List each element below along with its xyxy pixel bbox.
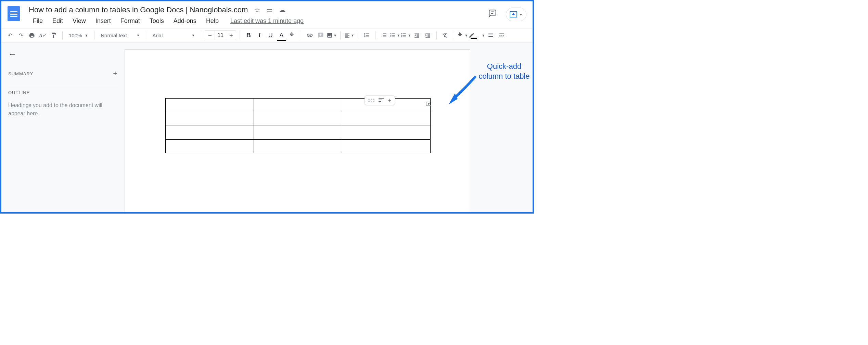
svg-rect-6 bbox=[379, 98, 384, 99]
toolbar: ↶ ↷ A✓ 100%▼ Normal text▼ Arial▼ − 11 + … bbox=[1, 28, 533, 42]
paint-format-button[interactable] bbox=[49, 30, 59, 40]
svg-point-4 bbox=[391, 35, 392, 36]
chevron-down-icon: ▼ bbox=[519, 13, 523, 16]
menu-tools[interactable]: Tools bbox=[145, 16, 168, 26]
font-size-increase[interactable]: + bbox=[226, 32, 236, 39]
outline-sidebar: ← SUMMARY + OUTLINE Headings you add to … bbox=[1, 42, 125, 212]
redo-button[interactable]: ↷ bbox=[16, 30, 26, 40]
background-color-button[interactable]: ▼ bbox=[458, 30, 468, 40]
outline-placeholder: Headings you add to the document will ap… bbox=[8, 101, 118, 118]
undo-button[interactable]: ↶ bbox=[5, 30, 15, 40]
font-select[interactable]: Arial▼ bbox=[150, 30, 197, 40]
insert-comment-button[interactable] bbox=[316, 30, 326, 40]
insert-image-button[interactable]: ▼ bbox=[327, 30, 337, 40]
underline-button[interactable]: U bbox=[265, 30, 276, 40]
menu-edit[interactable]: Edit bbox=[48, 16, 67, 26]
menu-bar: File Edit View Insert Format Tools Add-o… bbox=[29, 16, 488, 26]
sort-icon[interactable] bbox=[379, 98, 384, 103]
bullet-list-button[interactable]: ▼ bbox=[390, 30, 400, 40]
menu-view[interactable]: View bbox=[68, 16, 90, 26]
google-docs-icon[interactable] bbox=[8, 6, 20, 21]
border-width-button[interactable] bbox=[486, 30, 496, 40]
font-size-stepper[interactable]: − 11 + bbox=[205, 30, 236, 40]
cloud-saved-icon: ☁ bbox=[279, 6, 286, 14]
text-color-button[interactable]: A bbox=[276, 30, 286, 40]
annotation-arrow-icon bbox=[443, 73, 480, 111]
clear-formatting-button[interactable] bbox=[440, 30, 450, 40]
menu-insert[interactable]: Insert bbox=[91, 16, 115, 26]
svg-point-3 bbox=[391, 33, 392, 34]
increase-indent-button[interactable] bbox=[423, 30, 433, 40]
star-icon[interactable]: ☆ bbox=[254, 6, 260, 14]
numbered-list-button[interactable]: ▼ bbox=[401, 30, 411, 40]
bold-button[interactable]: B bbox=[243, 30, 254, 40]
align-button[interactable]: ▼ bbox=[344, 30, 354, 40]
add-column-icon[interactable]: + bbox=[388, 97, 391, 103]
collapse-outline-button[interactable]: ← bbox=[8, 49, 118, 59]
border-color-button[interactable]: ▼ bbox=[469, 30, 485, 40]
svg-rect-7 bbox=[379, 100, 382, 100]
drag-grip-icon[interactable] bbox=[368, 99, 374, 102]
menu-file[interactable]: File bbox=[29, 16, 47, 26]
border-dash-button[interactable] bbox=[497, 30, 507, 40]
font-size-decrease[interactable]: − bbox=[205, 32, 215, 39]
document-table[interactable] bbox=[165, 98, 431, 153]
paragraph-style-select[interactable]: Normal text▼ bbox=[98, 30, 142, 40]
table-row[interactable] bbox=[166, 112, 431, 126]
checklist-button[interactable] bbox=[379, 30, 389, 40]
zoom-select[interactable]: 100%▼ bbox=[66, 30, 91, 40]
svg-point-5 bbox=[391, 36, 392, 37]
table-row[interactable] bbox=[166, 140, 431, 153]
outline-label: OUTLINE bbox=[8, 90, 118, 95]
document-page[interactable]: + ▾ Quick-add column to table bbox=[125, 49, 470, 212]
last-edit-link[interactable]: Last edit was 1 minute ago bbox=[230, 16, 304, 26]
table-row[interactable] bbox=[166, 126, 431, 140]
sidebar-divider bbox=[8, 85, 118, 85]
insert-link-button[interactable] bbox=[305, 30, 315, 40]
summary-label: SUMMARY bbox=[8, 71, 33, 76]
table-options-caret[interactable]: ▾ bbox=[426, 102, 431, 106]
line-spacing-button[interactable] bbox=[361, 30, 372, 40]
document-title[interactable]: How to add a column to tables in Google … bbox=[29, 5, 248, 14]
share-present-button[interactable]: ▼ bbox=[506, 8, 526, 21]
spellcheck-button[interactable]: A✓ bbox=[38, 30, 48, 40]
svg-rect-8 bbox=[379, 101, 381, 102]
annotation-label: Quick-add column to table bbox=[477, 62, 532, 81]
italic-button[interactable]: I bbox=[254, 30, 265, 40]
decrease-indent-button[interactable] bbox=[412, 30, 422, 40]
font-size-value[interactable]: 11 bbox=[215, 31, 226, 40]
menu-help[interactable]: Help bbox=[202, 16, 223, 26]
comment-history-icon[interactable] bbox=[488, 9, 497, 20]
move-icon[interactable]: ▭ bbox=[266, 6, 273, 14]
column-quick-add-handle[interactable]: + bbox=[365, 95, 395, 105]
menu-addons[interactable]: Add-ons bbox=[169, 16, 201, 26]
highlight-color-button[interactable] bbox=[287, 30, 297, 40]
print-button[interactable] bbox=[27, 30, 37, 40]
menu-format[interactable]: Format bbox=[116, 16, 144, 26]
add-summary-button[interactable]: + bbox=[113, 69, 118, 78]
